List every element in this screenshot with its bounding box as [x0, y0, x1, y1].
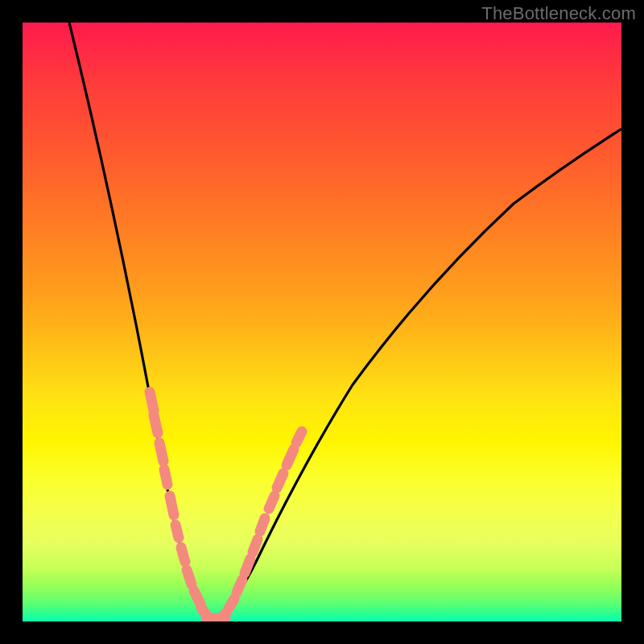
highlight-dash: [150, 392, 154, 411]
curve-left-branch: [69, 23, 211, 619]
highlight-dash: [237, 580, 242, 592]
highlight-dash: [170, 496, 174, 515]
highlight-dash: [181, 547, 185, 562]
highlight-dash: [175, 525, 179, 538]
highlight-dash: [187, 570, 192, 584]
highlight-dash: [260, 518, 265, 531]
highlight-dash: [277, 473, 283, 488]
highlight-dash: [154, 415, 158, 433]
highlight-dash: [229, 599, 234, 609]
highlight-dash: [287, 449, 294, 465]
highlight-dash: [164, 469, 167, 485]
highlight-dash: [159, 443, 163, 461]
curve-layer: [23, 23, 621, 621]
highlight-dash: [253, 539, 258, 552]
highlight-dash: [269, 496, 275, 509]
plot-area: [23, 23, 621, 621]
highlight-dash: [194, 591, 200, 604]
highlight-dash: [296, 431, 302, 443]
chart-container: TheBottleneck.com: [0, 0, 644, 644]
highlight-segments: [150, 392, 302, 618]
watermark-text: TheBottleneck.com: [481, 3, 636, 24]
highlight-dash: [245, 559, 250, 573]
curve-right-branch: [211, 129, 621, 619]
